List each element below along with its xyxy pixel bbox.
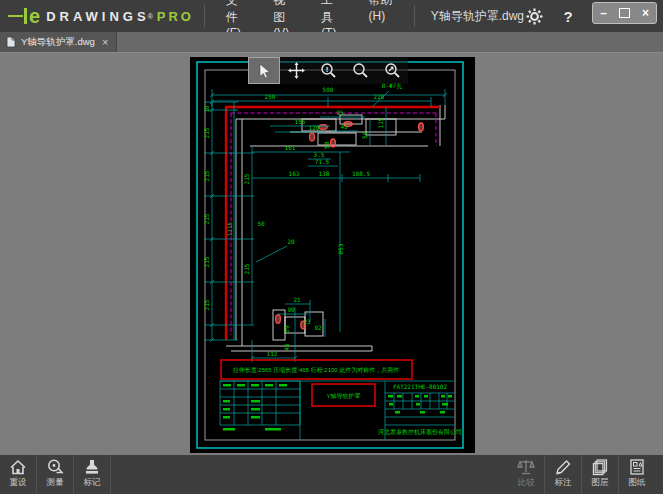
logo-registered-mark: ® [148, 13, 153, 20]
logo-e: e [29, 7, 40, 25]
pan-tool-button[interactable] [280, 57, 312, 84]
sheets-button[interactable]: 图纸 [619, 455, 655, 494]
logo-bar-icon [24, 8, 27, 24]
svg-text:215: 215 [243, 173, 250, 184]
maximize-button[interactable] [614, 3, 635, 23]
select-arrow-icon [256, 63, 272, 79]
reset-view-button[interactable]: 重设 [0, 455, 36, 494]
svg-text:45: 45 [283, 343, 290, 351]
svg-text:250: 250 [265, 93, 276, 100]
svg-text:!: ! [325, 65, 328, 74]
svg-text:59: 59 [283, 325, 290, 333]
compare-button[interactable]: 比较 [508, 455, 544, 494]
svg-text:163: 163 [289, 170, 300, 177]
reset-view-label: 重设 [10, 477, 27, 489]
svg-text:1115: 1115 [226, 221, 233, 236]
svg-text:71.5: 71.5 [315, 158, 330, 165]
svg-text:3.5: 3.5 [314, 151, 325, 158]
svg-text:120: 120 [309, 124, 320, 131]
tabbar: Y轴导轨护罩.dwg × [0, 32, 663, 53]
zoom-dynamic-button[interactable] [376, 57, 408, 84]
document-icon [6, 36, 16, 48]
zoom-dynamic-icon [384, 62, 401, 79]
company-name: 河北发泰数控机床股份有限公司 [378, 428, 462, 436]
part-number: FAT221THE-80102 [393, 383, 448, 390]
cad-canvas[interactable]: 500 250 220 8-Φ7孔 10 215 215 215 215 215… [190, 57, 475, 453]
measure-tape-icon [46, 458, 64, 476]
svg-text:50: 50 [257, 220, 265, 227]
zoom-area-icon [352, 62, 369, 79]
logo-pro: PRO [157, 9, 194, 24]
svg-text:23: 23 [303, 318, 311, 325]
titlebar-separator [204, 5, 205, 27]
stamp-icon [83, 458, 101, 476]
tab-close-icon[interactable]: × [102, 38, 108, 47]
drawing-note: 拉伸长度:2565 压缩长度:465 行程:2100 此件为对称件，共两件 [233, 366, 400, 374]
measure-button[interactable]: 测量 [37, 455, 73, 494]
layers-label: 图层 [592, 477, 609, 489]
balance-scale-icon [517, 458, 535, 476]
sheet-border [197, 62, 463, 448]
dimension-texts: 500 250 220 8-Φ7孔 10 215 215 215 215 215… [203, 82, 402, 357]
svg-text:853: 853 [337, 243, 344, 254]
svg-text:500: 500 [323, 86, 334, 93]
titlebar: e DRAWINGS ® PRO 文件(F) 视图(V) 工具(T) 帮助(H)… [0, 0, 663, 32]
settings-gear-icon[interactable] [524, 6, 544, 26]
markup-button[interactable]: 标记 [74, 455, 110, 494]
svg-text:50: 50 [361, 131, 368, 139]
minimize-button[interactable]: – [593, 3, 614, 23]
svg-text:215: 215 [203, 170, 210, 181]
title-block-marks [223, 384, 452, 431]
measure-label: 测量 [47, 477, 64, 489]
window-controls: – × [592, 2, 657, 24]
markup-label: 标记 [84, 477, 101, 489]
viewport: 500 250 220 8-Φ7孔 10 215 215 215 215 215… [0, 53, 663, 455]
cad-drawing: 500 250 220 8-Φ7孔 10 215 215 215 215 215… [190, 57, 475, 453]
svg-text:20: 20 [287, 238, 295, 245]
titlebar-separator-2 [414, 5, 415, 27]
svg-text:215: 215 [203, 299, 210, 310]
layers-button[interactable]: 图层 [582, 455, 618, 494]
pencil-icon [554, 458, 572, 476]
toolbar-edge-padding [655, 455, 663, 494]
svg-text:161: 161 [285, 144, 296, 151]
svg-text:10: 10 [203, 105, 210, 113]
svg-text:215: 215 [203, 213, 210, 224]
svg-text:58: 58 [323, 141, 330, 149]
svg-text:45: 45 [340, 123, 348, 130]
zoom-fit-button[interactable]: ! [312, 57, 344, 84]
help-icon[interactable]: ? [558, 6, 578, 26]
svg-text:112: 112 [267, 350, 278, 357]
pan-icon [288, 62, 305, 79]
drawing-sheet-icon [628, 458, 646, 476]
svg-text:215: 215 [203, 256, 210, 267]
bottom-toolbar: 重设 测量 标记 [0, 455, 663, 494]
svg-text:215: 215 [203, 127, 210, 138]
zoom-area-button[interactable] [344, 57, 376, 84]
svg-text:155: 155 [295, 118, 306, 125]
edrawings-logo: e DRAWINGS ® PRO [8, 7, 194, 25]
svg-text:92: 92 [314, 324, 322, 331]
svg-text:21: 21 [293, 296, 301, 303]
svg-text:138: 138 [319, 170, 330, 177]
select-tool-button[interactable] [248, 57, 280, 84]
dimension-lines [204, 89, 447, 362]
svg-text:215: 215 [243, 263, 250, 274]
sheets-label: 图纸 [629, 477, 646, 489]
svg-text:99: 99 [287, 306, 295, 313]
tab-drawing[interactable]: Y轴导轨护罩.dwg × [0, 32, 117, 52]
part-title: Y轴导轨护罩 [326, 392, 360, 400]
annotations-button[interactable]: 标注 [545, 455, 581, 494]
document-title: Y轴导轨护罩.dwg [431, 8, 524, 25]
svg-text:95: 95 [336, 109, 344, 116]
maximize-icon [619, 8, 630, 18]
close-button[interactable]: × [635, 3, 656, 23]
tab-label: Y轴导轨护罩.dwg [21, 36, 95, 49]
annotations-label: 标注 [555, 477, 572, 489]
logo-name: DRAWINGS [46, 9, 150, 24]
svg-text:108.5: 108.5 [352, 170, 370, 177]
toolbar-spacer [111, 455, 508, 494]
layers-icon [591, 458, 609, 476]
logo-arrow-icon [8, 15, 23, 18]
home-icon [9, 458, 27, 476]
